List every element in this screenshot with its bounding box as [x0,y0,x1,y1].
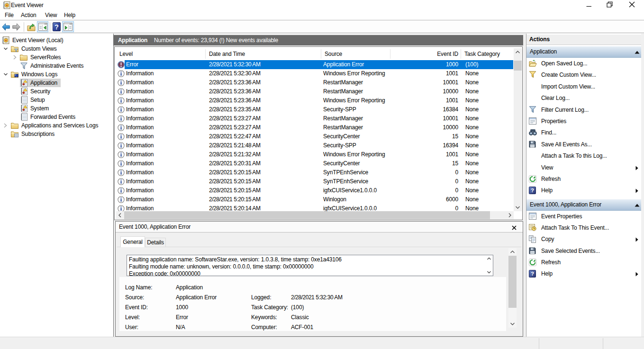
svg-text:?: ? [54,23,58,31]
svg-text:?: ? [531,188,534,193]
svg-text:?: ? [531,271,534,277]
